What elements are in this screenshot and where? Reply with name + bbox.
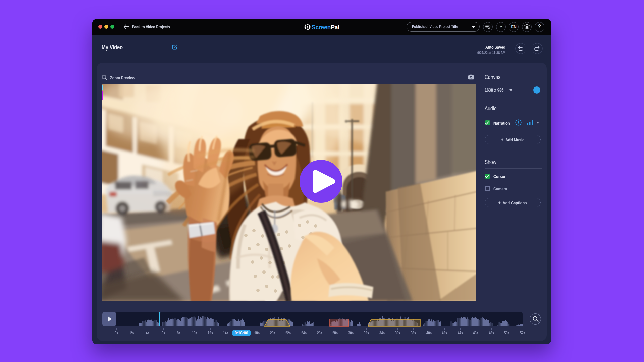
svg-text:?: ? [500,25,502,29]
